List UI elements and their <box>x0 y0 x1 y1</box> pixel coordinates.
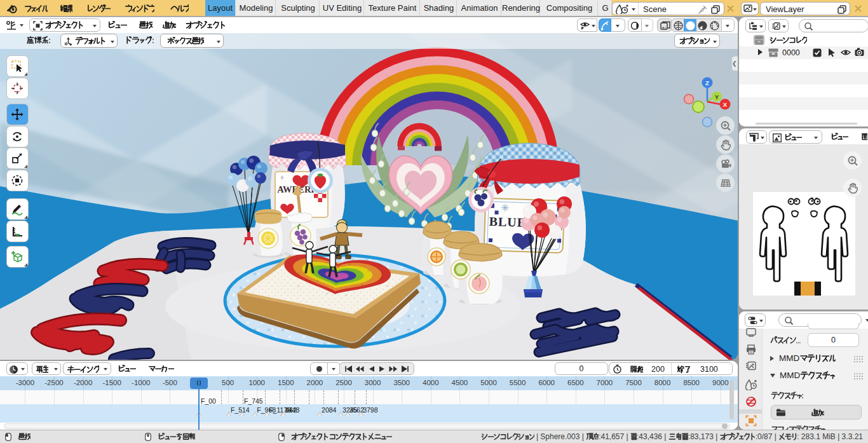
svg-text:Y: Y <box>715 94 719 100</box>
svg-text:Z: Z <box>705 79 709 86</box>
svg-text:X: X <box>723 101 728 108</box>
